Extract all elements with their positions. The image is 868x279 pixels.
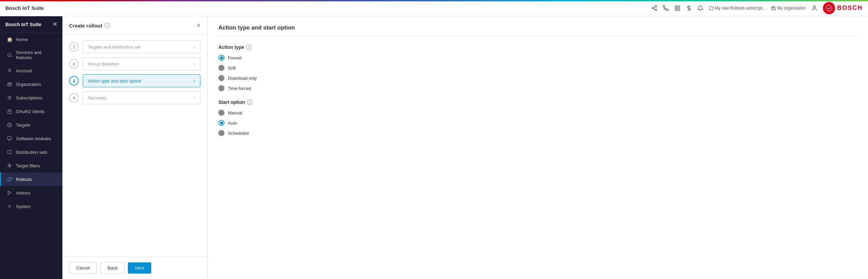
radio-forced-label: Forced — [228, 55, 241, 60]
rollouts-icon — [6, 176, 13, 182]
radio-auto[interactable] — [218, 120, 224, 126]
svg-point-1 — [652, 7, 654, 9]
sidebar-item-label: Services and features — [16, 50, 57, 60]
share-icon[interactable] — [651, 5, 657, 11]
wizard-footer: Cancel Back Next — [62, 257, 207, 279]
start-option-manual[interactable]: Manual — [218, 110, 857, 116]
sidebar-item-software[interactable]: Software modules — [0, 132, 62, 145]
sidebar-item-label: Target filters — [16, 163, 40, 168]
organization-link[interactable]: My organization — [771, 6, 806, 11]
sidebar-item-targets[interactable]: Targets — [0, 118, 62, 132]
svg-point-22 — [9, 124, 10, 126]
radio-download-only[interactable] — [218, 75, 224, 81]
action-type-label: Action type i — [218, 44, 857, 50]
wizard-step-4: 4 Summary › — [69, 91, 200, 104]
action-type-time-forced[interactable]: Time forced — [218, 85, 857, 91]
step-3-arrow: › — [194, 78, 195, 83]
sidebar-item-services[interactable]: Services and features — [0, 46, 62, 64]
wizard-step-1: 1 Targets and distribution set › — [69, 40, 200, 53]
sidebar-item-account[interactable]: Account — [0, 64, 62, 77]
step-4-button[interactable]: Summary › — [83, 91, 200, 104]
action-type-forced[interactable]: Forced — [218, 55, 857, 61]
sidebar-item-organization[interactable]: Organization — [0, 77, 62, 91]
radio-download-only-label: Download only — [228, 76, 257, 81]
svg-point-26 — [9, 206, 10, 207]
user-icon[interactable] — [811, 5, 817, 11]
grid-icon[interactable] — [674, 5, 680, 11]
wizard-step-2: 2 Group definition › — [69, 57, 200, 70]
sidebar: Bosch IoT Suite ✕ 🏠 Home Services and fe… — [0, 16, 62, 279]
svg-rect-8 — [678, 8, 679, 10]
sidebar-item-actions[interactable]: Actions — [0, 186, 62, 200]
svg-line-14 — [11, 56, 12, 57]
step-2-arrow: › — [194, 61, 195, 67]
svg-point-15 — [9, 69, 11, 71]
cancel-button[interactable]: Cancel — [69, 262, 97, 274]
oauth2-icon — [6, 108, 13, 114]
sidebar-close-icon[interactable]: ✕ — [53, 21, 57, 27]
account-icon — [6, 68, 13, 74]
sidebar-item-system[interactable]: System — [0, 200, 62, 213]
action-type-download-only[interactable]: Download only — [218, 75, 857, 81]
start-option-auto[interactable]: Auto — [218, 120, 857, 126]
sidebar-item-oauth2[interactable]: OAuth2 clients — [0, 105, 62, 118]
sidebar-item-label: Actions — [16, 190, 31, 196]
distribution-icon — [6, 149, 13, 155]
start-option-info-icon: i — [247, 99, 253, 105]
svg-marker-25 — [8, 191, 11, 195]
radio-forced[interactable] — [218, 55, 224, 61]
radio-manual[interactable] — [218, 110, 224, 116]
sidebar-item-home[interactable]: 🏠 Home — [0, 33, 62, 46]
filters-icon — [6, 163, 13, 169]
start-option-scheduled[interactable]: Scheduled — [218, 130, 857, 136]
radio-soft-label: Soft — [228, 66, 236, 71]
step-1-button[interactable]: Targets and distribution set › — [83, 40, 200, 53]
bosch-logo-text: BOSCH — [837, 4, 863, 12]
wizard-close-button[interactable]: × — [197, 22, 200, 29]
step-2-button[interactable]: Group definition › — [83, 57, 200, 70]
svg-point-13 — [8, 53, 11, 56]
dollar-icon[interactable] — [686, 5, 692, 11]
radio-soft[interactable] — [218, 65, 224, 71]
radio-time-forced[interactable] — [218, 85, 224, 91]
svg-point-11 — [813, 6, 815, 8]
svg-rect-20 — [8, 111, 12, 113]
action-type-info-icon: i — [246, 44, 252, 50]
svg-point-21 — [7, 123, 12, 127]
sidebar-item-rollouts[interactable]: Rollouts — [0, 172, 62, 186]
subscriptions-icon — [6, 95, 13, 101]
radio-auto-label: Auto — [228, 120, 237, 126]
svg-point-2 — [655, 9, 657, 11]
subscription-link[interactable]: My new Rollouts subscript... — [709, 6, 766, 11]
search-icon — [6, 52, 13, 58]
sidebar-item-target-filters[interactable]: Target filters — [0, 159, 62, 172]
radio-scheduled-label: Scheduled — [228, 131, 249, 136]
action-type-soft[interactable]: Soft — [218, 65, 857, 71]
svg-rect-23 — [7, 137, 12, 140]
bell-icon[interactable] — [697, 5, 704, 11]
wizard-steps: 1 Targets and distribution set › 2 Group… — [62, 35, 207, 257]
radio-scheduled[interactable] — [218, 130, 224, 136]
svg-rect-10 — [771, 7, 775, 10]
svg-line-3 — [653, 8, 655, 10]
back-button[interactable]: Back — [100, 262, 124, 274]
subscription-label: My new Rollouts subscript... — [715, 6, 766, 11]
start-option-group: Start option i Manual Auto Scheduled — [218, 99, 857, 136]
step-number-1: 1 — [69, 42, 79, 52]
sidebar-item-distribution[interactable]: Distribution sets — [0, 145, 62, 159]
sidebar-item-label: System — [16, 204, 31, 209]
svg-rect-16 — [7, 83, 12, 86]
next-button[interactable]: Next — [128, 262, 151, 274]
sidebar-item-subscriptions[interactable]: Subscriptions — [0, 91, 62, 105]
action-type-group: Action type i Forced Soft Download only — [218, 44, 857, 91]
sidebar-item-label: Targets — [16, 123, 31, 128]
step-4-arrow: › — [194, 95, 195, 100]
sidebar-item-label: Distribution sets — [16, 150, 47, 155]
brand-logo: Bosch IoT Suite — [5, 5, 44, 11]
step-number-4: 4 — [69, 93, 79, 103]
main-layout: Bosch IoT Suite ✕ 🏠 Home Services and fe… — [0, 16, 868, 279]
phone-icon[interactable] — [663, 5, 669, 11]
right-panel-title: Action type and start option — [218, 24, 857, 36]
svg-point-0 — [655, 5, 657, 7]
step-3-button[interactable]: Action type and start option › — [83, 74, 200, 87]
